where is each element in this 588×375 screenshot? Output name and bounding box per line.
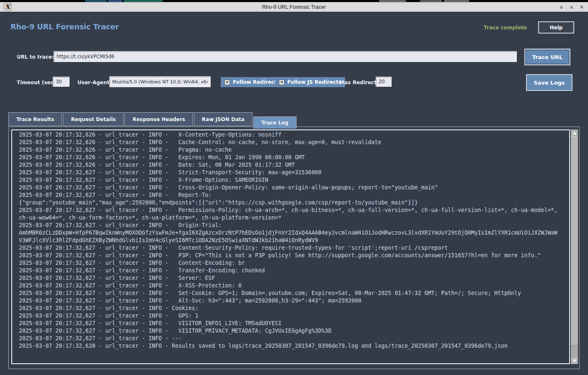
log-line: 2025-03-07 20:17:32,627 - url_tracer - I…	[19, 274, 569, 282]
checkbox-checked-icon: ✕	[279, 80, 284, 85]
log-line: 2025-03-07 20:17:32,627 - url_tracer - I…	[19, 282, 569, 290]
log-line: 2025-03-07 20:17:32,627 - url_tracer - I…	[19, 259, 569, 267]
window-control-maximize[interactable]: ∧	[570, 5, 573, 10]
window-control-close[interactable]: ✕	[580, 5, 584, 10]
url-input[interactable]	[54, 51, 517, 62]
tab-trace-results[interactable]: Trace Results	[8, 112, 62, 126]
scroll-up-icon	[573, 132, 577, 134]
titlebar: X Rho-9 URL Forensic Tracer ∨∧✕	[0, 2, 588, 12]
background-text-fragment	[85, 0, 107, 2]
log-line: 2025-03-07 20:17:32,627 - url_tracer - I…	[19, 335, 569, 342]
log-line: 2025-03-07 20:17:32,627 - url_tracer - I…	[19, 327, 569, 335]
status-badge: Trace complete	[484, 25, 527, 31]
log-line: ch-ua-wow64=*, ch-ua-form-factors=*, ch-…	[19, 214, 569, 222]
application-window: X Rho-9 URL Forensic Tracer ∨∧✕ Rho-9 UR…	[0, 0, 588, 375]
max-redirects-label: Max Redirects:	[339, 80, 382, 85]
log-line: 2025-03-07 20:17:32,627 - url_tracer - I…	[19, 252, 569, 259]
save-logs-button[interactable]: Save Logs	[526, 74, 573, 91]
log-line: 2025-03-07 20:17:32,627 - url_tracer - I…	[19, 320, 569, 327]
tab-raw-json-data[interactable]: Raw JSON Data	[194, 112, 253, 126]
notebook-pane: 2025-03-07 20:17:32,626 - url_tracer - I…	[8, 127, 580, 369]
vertical-scrollbar[interactable]	[571, 129, 578, 364]
log-line: 2025-03-07 20:17:32,627 - url_tracer - I…	[19, 267, 569, 274]
tab-bar: Trace ResultsRequest DetailsResponse Hea…	[8, 112, 297, 128]
follow-js-redirects-checkbox[interactable]: ✕ Follow JS Redirects	[275, 77, 345, 87]
log-line: 2025-03-07 20:17:32,627 - url_tracer - I…	[19, 207, 569, 214]
trace-url-button[interactable]: Trace URL	[524, 49, 570, 65]
checkbox-checked-icon: ✕	[224, 80, 230, 85]
url-label: URL to trace:	[17, 54, 54, 60]
trace-log-textarea[interactable]: 2025-03-07 20:17:32,626 - url_tracer - I…	[11, 129, 570, 364]
log-line: 2025-03-07 20:17:32,627 - url_tracer - I…	[19, 191, 569, 199]
log-line: 2025-03-07 20:17:32,627 - url_tracer - I…	[19, 312, 569, 320]
tab-request-details[interactable]: Request Details	[63, 112, 124, 126]
xterm-x-glyph: X	[5, 4, 10, 10]
log-line: 2025-03-07 20:17:32,627 - url_tracer - I…	[19, 305, 569, 312]
log-line: 2025-03-07 20:17:32,626 - url_tracer - I…	[19, 161, 569, 169]
log-line: {"group":"youtube_main","max_age":259200…	[19, 199, 569, 207]
scroll-down-icon	[573, 359, 577, 362]
scrollbar-thumb[interactable]	[571, 136, 578, 346]
log-line: 2025-03-07 20:17:32,626 - url_tracer - I…	[19, 131, 569, 139]
help-button[interactable]: Help	[538, 21, 574, 34]
log-line: V3WFJlcXVlc3RlZFdpdGhEZXByZWNhdGlvbiIsIm…	[19, 237, 569, 244]
max-redirects-input[interactable]	[376, 77, 392, 87]
background-text-fragment	[444, 0, 469, 2]
log-line: 2025-03-07 20:17:32,627 - url_tracer - I…	[19, 244, 569, 252]
log-line: 2025-03-07 20:17:32,628 - url_tracer - I…	[19, 342, 569, 350]
window-title: Rho-9 URL Forensic Tracer	[262, 4, 326, 10]
window-controls: ∨∧✕	[560, 2, 584, 12]
log-line: AmhMBR6zCLzDDxpW+HfpP67BqwIknWnyMOXOQGfz…	[19, 229, 569, 237]
timeout-label: Timeout (sec):	[17, 80, 58, 85]
log-line: 2025-03-07 20:17:32,627 - url_tracer - I…	[19, 290, 569, 297]
follow-redirects-checkbox[interactable]: ✕ Follow Redirects	[221, 77, 284, 87]
user-agent-input[interactable]	[109, 76, 211, 87]
background-text-fragment	[124, 0, 162, 2]
follow-js-redirects-label: Follow JS Redirects	[287, 79, 341, 85]
log-line: 2025-03-07 20:17:32,627 - url_tracer - I…	[19, 176, 569, 184]
log-line: 2025-03-07 20:17:32,627 - url_tracer - I…	[19, 297, 569, 305]
follow-redirects-label: Follow Redirects	[233, 79, 280, 85]
tab-response-headers[interactable]: Response Headers	[124, 112, 193, 126]
log-line: 2025-03-07 20:17:32,626 - url_tracer - I…	[19, 139, 569, 146]
log-lines: 2025-03-07 20:17:32,626 - url_tracer - I…	[19, 131, 569, 350]
tab-trace-log[interactable]: Trace Log	[253, 116, 297, 129]
log-line: 2025-03-07 20:17:32,626 - url_tracer - I…	[19, 146, 569, 154]
user-agent-label: User-Agent:	[77, 80, 111, 85]
log-line: 2025-03-07 20:17:32,626 - url_tracer - I…	[19, 154, 569, 161]
page-title: Rho-9 URL Forensic Tracer	[10, 23, 119, 31]
log-line: 2025-03-07 20:17:32,627 - url_tracer - I…	[19, 222, 569, 229]
log-line: 2025-03-07 20:17:32,627 - url_tracer - I…	[19, 169, 569, 176]
log-line: 2025-03-07 20:17:32,627 - url_tracer - I…	[19, 184, 569, 191]
background-text-fragment	[379, 0, 406, 2]
window-control-minimize[interactable]: ∨	[560, 5, 563, 10]
scroll-down-button[interactable]	[571, 357, 578, 364]
timeout-input[interactable]	[53, 77, 70, 87]
background-text-fragment	[420, 0, 442, 2]
app-icon[interactable]: X	[3, 3, 12, 11]
background-text-fragment	[108, 0, 122, 2]
scroll-up-button[interactable]	[571, 129, 578, 136]
